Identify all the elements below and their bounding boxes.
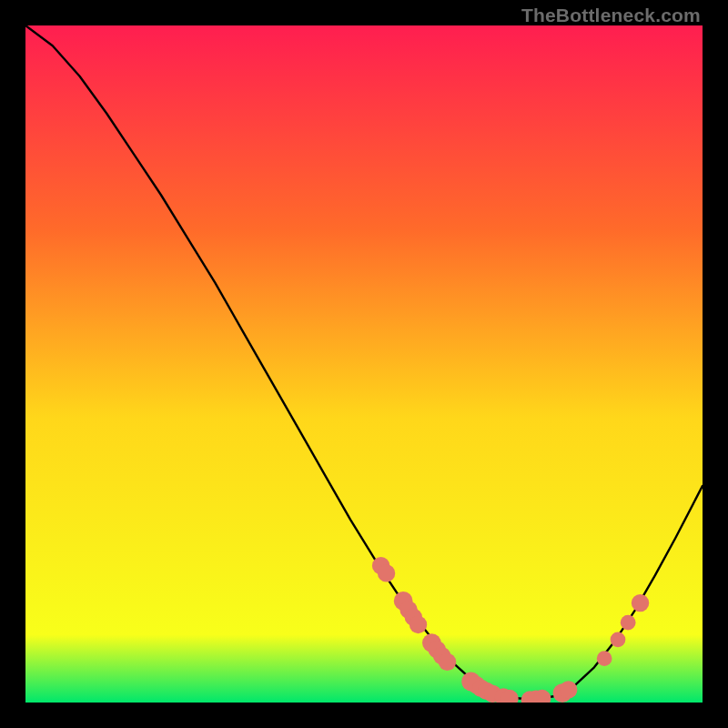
gradient-background <box>25 25 703 703</box>
bottleneck-chart <box>25 25 703 703</box>
chart-frame <box>25 25 703 703</box>
curve-marker <box>378 564 395 581</box>
curve-marker <box>611 632 626 647</box>
curve-marker <box>621 615 636 631</box>
curve-marker <box>632 594 649 612</box>
curve-marker <box>560 681 577 698</box>
curve-marker <box>410 616 427 633</box>
curve-marker <box>597 651 612 666</box>
attribution-text: TheBottleneck.com <box>521 5 701 26</box>
curve-marker <box>439 653 456 671</box>
